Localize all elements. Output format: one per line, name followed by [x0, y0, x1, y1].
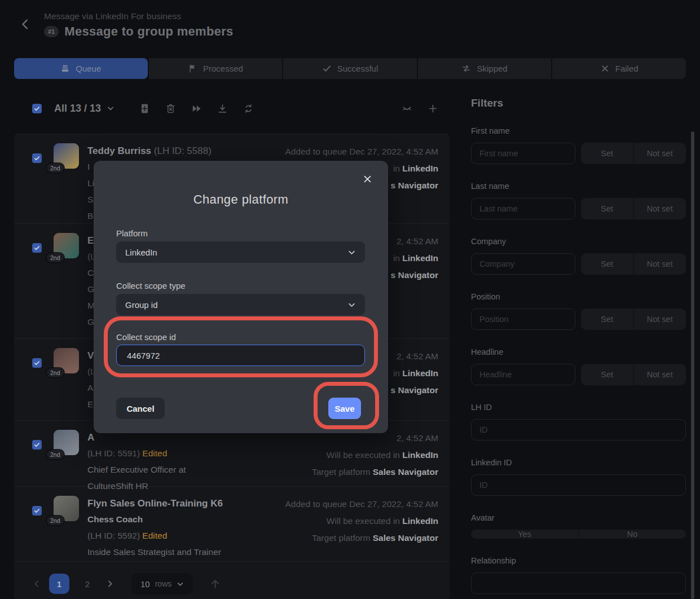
chevron-down-icon [347, 301, 356, 309]
filter-section-relationship: Relationship [471, 556, 686, 594]
page-button-1[interactable]: 1 [49, 574, 69, 594]
next-page-icon[interactable] [105, 579, 115, 588]
scope-type-label: Collect scope type [116, 281, 186, 290]
row-text-segment: (LH ID: 5592) [87, 531, 140, 540]
not-set-button[interactable]: Not set [634, 309, 686, 330]
tab-processed[interactable]: Processed [149, 58, 283, 79]
select-all-checkbox[interactable] [32, 104, 42, 113]
tab-label: Processed [203, 64, 243, 73]
filter-input-first-name[interactable] [471, 143, 575, 164]
filters-scrollbar[interactable] [691, 131, 694, 599]
filter-input-company[interactable] [471, 253, 575, 275]
tab-queue[interactable]: Queue [14, 58, 148, 79]
modal-title: Change platform [94, 192, 388, 207]
yes-no-toggle: YesNo [471, 530, 686, 539]
tab-label: Successful [337, 64, 378, 73]
sync-icon[interactable] [243, 103, 254, 114]
tab-failed[interactable]: Failed [552, 58, 686, 79]
filter-input-relationship[interactable] [471, 572, 686, 594]
filter-label: Headline [471, 347, 686, 356]
back-button[interactable] [19, 18, 32, 33]
scroll-to-top-icon[interactable] [210, 579, 221, 589]
scope-type-select[interactable]: Group id [116, 294, 365, 315]
row-name: Teddy Burriss (LH ID: 5588) [87, 143, 246, 158]
cancel-button[interactable]: Cancel [116, 398, 165, 419]
fast-forward-icon[interactable] [191, 103, 202, 114]
scope-type-value: Group id [125, 300, 158, 310]
row-info-line: Target platform Sales Navigator [285, 530, 438, 547]
set-button[interactable]: Set [581, 364, 633, 385]
filter-label: Last name [471, 182, 686, 191]
yes-button[interactable]: Yes [471, 530, 578, 539]
row-checkbox[interactable] [32, 153, 42, 163]
connection-degree-badge: 2nd [47, 253, 64, 262]
tab-successful[interactable]: Successful [283, 58, 417, 79]
rows-per-page-select[interactable]: 10 rows [131, 573, 193, 594]
tab-label: Queue [76, 64, 101, 73]
page-button-2[interactable]: 2 [77, 574, 98, 594]
filter-section-lh-id: LH ID [471, 403, 686, 441]
close-icon[interactable] [363, 174, 372, 184]
chevron-down-icon[interactable] [107, 104, 115, 112]
not-set-button[interactable]: Not set [634, 143, 686, 164]
row-execution-info: 2, 4:52 AMWill be executed in LinkedInTa… [312, 430, 438, 481]
tab-label: Failed [615, 64, 639, 73]
page-title: Message to group members [64, 24, 233, 39]
filter-section-first-name: First nameSetNot set [471, 126, 686, 164]
platform-select[interactable]: LinkedIn [116, 241, 365, 263]
tab-skipped[interactable]: Skipped [418, 58, 552, 79]
row-name: Flyn Sales Online-Training K6 [87, 496, 246, 511]
connection-degree-badge: 2nd [47, 164, 64, 173]
selection-count-dropdown[interactable]: All 13 / 13 [54, 103, 101, 114]
filter-label: Position [471, 292, 686, 301]
row-checkbox[interactable] [32, 440, 42, 450]
row-text-segment: I [87, 162, 90, 171]
queue-icon [60, 64, 70, 73]
row-info-line: in LinkedIn [391, 250, 438, 267]
skip-icon [461, 64, 471, 73]
download-icon[interactable] [217, 103, 228, 114]
change-platform-modal: Change platform Platform LinkedIn Collec… [94, 161, 388, 433]
previous-page-icon[interactable] [32, 579, 41, 588]
filter-input-headline[interactable] [471, 364, 575, 385]
set-button[interactable]: Set [581, 253, 633, 275]
status-tabs: QueueProcessedSuccessfulSkippedFailed [14, 58, 686, 79]
row-checkbox[interactable] [32, 506, 42, 516]
collapse-icon[interactable] [402, 103, 412, 114]
no-button[interactable]: No [579, 530, 686, 539]
plus-icon[interactable] [428, 103, 438, 114]
row-info-line: s Navigator [391, 267, 438, 284]
set-button[interactable]: Set [581, 143, 633, 164]
scope-id-input[interactable] [116, 345, 365, 366]
row-checkbox[interactable] [32, 243, 42, 253]
row-text-segment: V [87, 350, 94, 361]
row-checkbox[interactable] [32, 358, 42, 368]
not-set-button[interactable]: Not set [634, 253, 686, 275]
not-set-button[interactable]: Not set [634, 198, 686, 219]
campaign-number-badge: #1 [44, 26, 59, 37]
set-button[interactable]: Set [581, 309, 633, 330]
filter-input-lh-id[interactable] [471, 419, 686, 441]
rows-count: 10 [140, 579, 150, 589]
row-info-line: 2, 4:52 AM [391, 348, 438, 365]
save-button[interactable]: Save [328, 398, 361, 419]
row-text-segment: A [87, 432, 94, 443]
row-text-segment: Edited [140, 531, 167, 540]
filter-input-last-name[interactable] [471, 198, 575, 219]
row-subline: (LH ID: 5592) Edited [87, 527, 246, 544]
not-set-button[interactable]: Not set [634, 364, 686, 385]
add-to-queue-icon[interactable] [139, 103, 150, 114]
set-button[interactable]: Set [581, 198, 633, 219]
filter-section-avatar: AvatarYesNo [471, 513, 686, 539]
connection-degree-badge: 2nd [47, 368, 64, 377]
fail-icon [600, 64, 610, 73]
row-text-segment: Chess Coach [87, 514, 143, 524]
scope-id-label: Collect scope id [116, 332, 176, 342]
filter-input-linkedin-id[interactable] [471, 474, 686, 496]
row-subline: (LH ID: 5591) Edited [87, 445, 246, 461]
row-execution-info: 2, 4:52 AMin LinkedIns Navigator [391, 348, 438, 399]
filter-input-position[interactable] [471, 309, 575, 330]
delete-icon[interactable] [165, 103, 176, 114]
queue-row[interactable]: 2ndFlyn Sales Online-Training K6Chess Co… [14, 487, 450, 562]
rows-word: rows [155, 579, 172, 588]
